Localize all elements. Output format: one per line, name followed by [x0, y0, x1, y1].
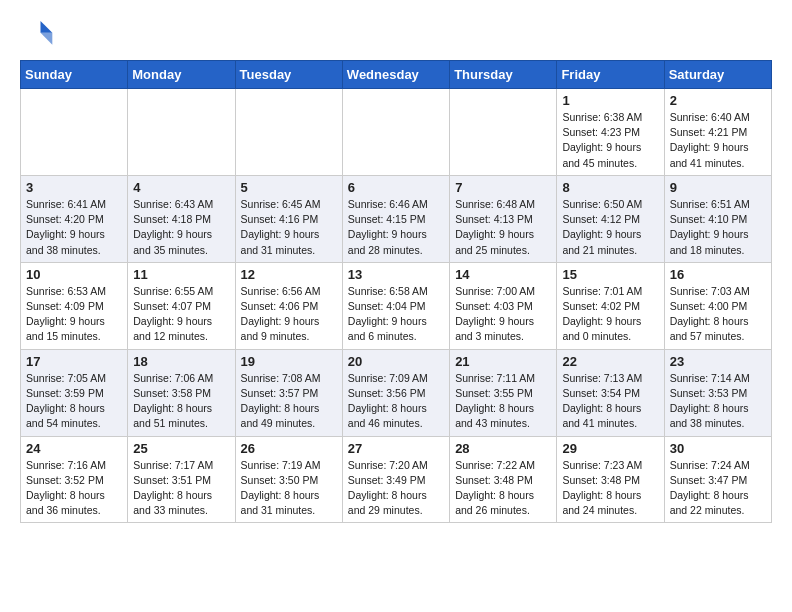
logo-icon	[22, 16, 54, 48]
day-info: Sunrise: 6:38 AM Sunset: 4:23 PM Dayligh…	[562, 110, 658, 171]
day-number: 24	[26, 441, 122, 456]
calendar-cell	[128, 89, 235, 176]
calendar-cell: 6Sunrise: 6:46 AM Sunset: 4:15 PM Daylig…	[342, 175, 449, 262]
day-number: 21	[455, 354, 551, 369]
day-info: Sunrise: 7:08 AM Sunset: 3:57 PM Dayligh…	[241, 371, 337, 432]
calendar-cell: 17Sunrise: 7:05 AM Sunset: 3:59 PM Dayli…	[21, 349, 128, 436]
day-info: Sunrise: 6:46 AM Sunset: 4:15 PM Dayligh…	[348, 197, 444, 258]
weekday-header: Tuesday	[235, 61, 342, 89]
day-number: 11	[133, 267, 229, 282]
day-number: 27	[348, 441, 444, 456]
day-number: 26	[241, 441, 337, 456]
day-info: Sunrise: 7:09 AM Sunset: 3:56 PM Dayligh…	[348, 371, 444, 432]
day-info: Sunrise: 6:45 AM Sunset: 4:16 PM Dayligh…	[241, 197, 337, 258]
calendar-cell: 4Sunrise: 6:43 AM Sunset: 4:18 PM Daylig…	[128, 175, 235, 262]
calendar-cell: 25Sunrise: 7:17 AM Sunset: 3:51 PM Dayli…	[128, 436, 235, 523]
day-info: Sunrise: 7:17 AM Sunset: 3:51 PM Dayligh…	[133, 458, 229, 519]
weekday-header: Thursday	[450, 61, 557, 89]
calendar-cell: 29Sunrise: 7:23 AM Sunset: 3:48 PM Dayli…	[557, 436, 664, 523]
day-info: Sunrise: 6:55 AM Sunset: 4:07 PM Dayligh…	[133, 284, 229, 345]
day-number: 7	[455, 180, 551, 195]
svg-marker-0	[41, 21, 53, 33]
day-number: 30	[670, 441, 766, 456]
day-info: Sunrise: 7:14 AM Sunset: 3:53 PM Dayligh…	[670, 371, 766, 432]
day-info: Sunrise: 6:43 AM Sunset: 4:18 PM Dayligh…	[133, 197, 229, 258]
calendar-cell: 16Sunrise: 7:03 AM Sunset: 4:00 PM Dayli…	[664, 262, 771, 349]
logo	[20, 16, 54, 52]
calendar-cell: 12Sunrise: 6:56 AM Sunset: 4:06 PM Dayli…	[235, 262, 342, 349]
day-number: 19	[241, 354, 337, 369]
svg-marker-1	[41, 33, 53, 45]
day-number: 10	[26, 267, 122, 282]
calendar-cell: 27Sunrise: 7:20 AM Sunset: 3:49 PM Dayli…	[342, 436, 449, 523]
day-info: Sunrise: 6:48 AM Sunset: 4:13 PM Dayligh…	[455, 197, 551, 258]
day-info: Sunrise: 7:16 AM Sunset: 3:52 PM Dayligh…	[26, 458, 122, 519]
day-info: Sunrise: 7:06 AM Sunset: 3:58 PM Dayligh…	[133, 371, 229, 432]
day-number: 22	[562, 354, 658, 369]
day-number: 5	[241, 180, 337, 195]
day-info: Sunrise: 6:40 AM Sunset: 4:21 PM Dayligh…	[670, 110, 766, 171]
weekday-header: Wednesday	[342, 61, 449, 89]
calendar-cell: 10Sunrise: 6:53 AM Sunset: 4:09 PM Dayli…	[21, 262, 128, 349]
calendar-cell	[450, 89, 557, 176]
calendar-cell: 13Sunrise: 6:58 AM Sunset: 4:04 PM Dayli…	[342, 262, 449, 349]
day-number: 18	[133, 354, 229, 369]
day-number: 28	[455, 441, 551, 456]
day-info: Sunrise: 7:11 AM Sunset: 3:55 PM Dayligh…	[455, 371, 551, 432]
calendar-cell: 19Sunrise: 7:08 AM Sunset: 3:57 PM Dayli…	[235, 349, 342, 436]
day-info: Sunrise: 7:00 AM Sunset: 4:03 PM Dayligh…	[455, 284, 551, 345]
calendar-cell: 9Sunrise: 6:51 AM Sunset: 4:10 PM Daylig…	[664, 175, 771, 262]
day-info: Sunrise: 7:24 AM Sunset: 3:47 PM Dayligh…	[670, 458, 766, 519]
calendar-cell: 21Sunrise: 7:11 AM Sunset: 3:55 PM Dayli…	[450, 349, 557, 436]
calendar-cell: 14Sunrise: 7:00 AM Sunset: 4:03 PM Dayli…	[450, 262, 557, 349]
calendar-cell	[21, 89, 128, 176]
day-number: 17	[26, 354, 122, 369]
calendar-cell: 15Sunrise: 7:01 AM Sunset: 4:02 PM Dayli…	[557, 262, 664, 349]
day-info: Sunrise: 6:51 AM Sunset: 4:10 PM Dayligh…	[670, 197, 766, 258]
day-info: Sunrise: 6:41 AM Sunset: 4:20 PM Dayligh…	[26, 197, 122, 258]
calendar-cell: 11Sunrise: 6:55 AM Sunset: 4:07 PM Dayli…	[128, 262, 235, 349]
day-number: 1	[562, 93, 658, 108]
day-info: Sunrise: 6:53 AM Sunset: 4:09 PM Dayligh…	[26, 284, 122, 345]
weekday-header: Saturday	[664, 61, 771, 89]
weekday-header: Monday	[128, 61, 235, 89]
day-number: 25	[133, 441, 229, 456]
day-number: 20	[348, 354, 444, 369]
calendar-cell: 26Sunrise: 7:19 AM Sunset: 3:50 PM Dayli…	[235, 436, 342, 523]
calendar-week-row: 24Sunrise: 7:16 AM Sunset: 3:52 PM Dayli…	[21, 436, 772, 523]
calendar-cell: 8Sunrise: 6:50 AM Sunset: 4:12 PM Daylig…	[557, 175, 664, 262]
calendar-week-row: 10Sunrise: 6:53 AM Sunset: 4:09 PM Dayli…	[21, 262, 772, 349]
day-info: Sunrise: 7:01 AM Sunset: 4:02 PM Dayligh…	[562, 284, 658, 345]
calendar-week-row: 1Sunrise: 6:38 AM Sunset: 4:23 PM Daylig…	[21, 89, 772, 176]
day-info: Sunrise: 6:56 AM Sunset: 4:06 PM Dayligh…	[241, 284, 337, 345]
day-info: Sunrise: 7:13 AM Sunset: 3:54 PM Dayligh…	[562, 371, 658, 432]
weekday-header: Sunday	[21, 61, 128, 89]
day-number: 15	[562, 267, 658, 282]
day-number: 13	[348, 267, 444, 282]
calendar-week-row: 3Sunrise: 6:41 AM Sunset: 4:20 PM Daylig…	[21, 175, 772, 262]
day-number: 9	[670, 180, 766, 195]
calendar-cell: 20Sunrise: 7:09 AM Sunset: 3:56 PM Dayli…	[342, 349, 449, 436]
calendar-cell: 28Sunrise: 7:22 AM Sunset: 3:48 PM Dayli…	[450, 436, 557, 523]
calendar-cell: 24Sunrise: 7:16 AM Sunset: 3:52 PM Dayli…	[21, 436, 128, 523]
calendar-table: SundayMondayTuesdayWednesdayThursdayFrid…	[20, 60, 772, 523]
day-number: 6	[348, 180, 444, 195]
calendar-cell: 1Sunrise: 6:38 AM Sunset: 4:23 PM Daylig…	[557, 89, 664, 176]
calendar-cell	[235, 89, 342, 176]
day-info: Sunrise: 7:03 AM Sunset: 4:00 PM Dayligh…	[670, 284, 766, 345]
calendar-header-row: SundayMondayTuesdayWednesdayThursdayFrid…	[21, 61, 772, 89]
calendar-cell: 3Sunrise: 6:41 AM Sunset: 4:20 PM Daylig…	[21, 175, 128, 262]
day-info: Sunrise: 6:58 AM Sunset: 4:04 PM Dayligh…	[348, 284, 444, 345]
page: SundayMondayTuesdayWednesdayThursdayFrid…	[0, 0, 792, 539]
calendar-cell: 5Sunrise: 6:45 AM Sunset: 4:16 PM Daylig…	[235, 175, 342, 262]
day-number: 29	[562, 441, 658, 456]
day-number: 8	[562, 180, 658, 195]
calendar-cell: 18Sunrise: 7:06 AM Sunset: 3:58 PM Dayli…	[128, 349, 235, 436]
calendar-cell: 2Sunrise: 6:40 AM Sunset: 4:21 PM Daylig…	[664, 89, 771, 176]
weekday-header: Friday	[557, 61, 664, 89]
day-info: Sunrise: 7:20 AM Sunset: 3:49 PM Dayligh…	[348, 458, 444, 519]
day-info: Sunrise: 7:22 AM Sunset: 3:48 PM Dayligh…	[455, 458, 551, 519]
day-number: 12	[241, 267, 337, 282]
calendar-cell: 23Sunrise: 7:14 AM Sunset: 3:53 PM Dayli…	[664, 349, 771, 436]
day-number: 16	[670, 267, 766, 282]
